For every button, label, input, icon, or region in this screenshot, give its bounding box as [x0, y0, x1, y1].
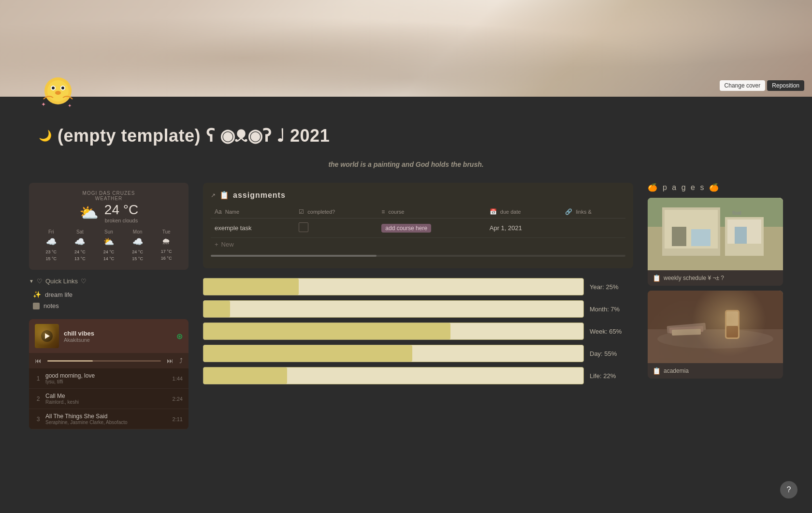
- day-label: Day: 55%: [590, 350, 633, 357]
- col-name[interactable]: Aa Name: [211, 205, 295, 219]
- pages-title: p a g e s: [663, 183, 705, 192]
- pages-emoji-left: 🍊: [648, 183, 659, 192]
- quick-links-arrow-icon: ▼: [29, 278, 34, 284]
- weather-city: MOGI DAS CRUZES: [37, 191, 181, 196]
- center-column: ↗ 📋 assignments Aa Name ☑ co: [203, 183, 633, 384]
- quick-link-notes[interactable]: notes: [29, 300, 188, 311]
- forecast-mon: Mon ☁️ 24 °C15 °C: [123, 229, 152, 262]
- weather-main: ⛅ 24 °C broken clouds: [37, 202, 181, 223]
- music-track-list: 1 good morning, love tysu, tiffi 1:44 2 …: [29, 368, 188, 429]
- add-label: New: [221, 241, 234, 248]
- progress-week: Week: 65%: [203, 322, 633, 340]
- columns-layout: MOGI DAS CRUZES WEATHER ⛅ 24 °C broken c…: [0, 178, 812, 434]
- table-scrollbar[interactable]: [211, 255, 625, 257]
- svg-point-6: [55, 91, 61, 95]
- spotify-icon[interactable]: ⊛: [176, 332, 183, 341]
- completed-col-icon: ☑: [299, 208, 304, 215]
- weather-location: MOGI DAS CRUZES WEATHER: [37, 191, 181, 201]
- week-bar-fill: [203, 323, 450, 339]
- help-button[interactable]: ?: [780, 481, 798, 498]
- change-cover-button[interactable]: Change cover: [720, 80, 766, 91]
- track-duration-1: 1:44: [173, 376, 183, 381]
- track-item-1[interactable]: 1 good morning, love tysu, tiffi 1:44: [29, 368, 188, 389]
- col-completed[interactable]: ☑ completed?: [295, 205, 377, 219]
- task-links-cell[interactable]: [561, 219, 625, 238]
- month-bar-fill: [203, 301, 230, 317]
- cover-image: Change cover Reposition: [0, 0, 812, 97]
- quick-link-dream-life-label: dream life: [45, 291, 72, 298]
- weather-cloud-icon: ⛅: [79, 204, 99, 222]
- forecast-fri: Fri ☁️ 23 °C15 °C: [37, 229, 66, 262]
- note-icon: [33, 303, 40, 309]
- svg-rect-27: [672, 329, 701, 336]
- weekly-label-text: weekly schedule ¥ ¬± ?: [664, 275, 724, 281]
- col-links[interactable]: 🔗 links &: [561, 205, 625, 219]
- reposition-button[interactable]: Reposition: [767, 80, 804, 91]
- name-col-icon: Aa: [215, 208, 222, 215]
- music-progress-bar[interactable]: [47, 360, 161, 362]
- track-title-3: All The Things She Said: [45, 413, 169, 420]
- page-card-weekly-label: 📋 weekly schedule ¥ ¬± ?: [648, 270, 783, 286]
- quick-link-notes-label: notes: [44, 302, 59, 309]
- music-controls: ⏮ ⏭ ⤴: [29, 353, 188, 368]
- track-title-1: good morning, love: [45, 372, 169, 379]
- track-number-2: 2: [35, 396, 42, 402]
- page-card-image-1: float: [648, 198, 783, 270]
- svg-point-21: [657, 329, 773, 349]
- page-title: (empty template) ʕ ◉ᴥ◉ʔ ♩ 2021: [58, 126, 330, 146]
- weather-temp: 24 °C: [104, 202, 138, 218]
- track-item-3[interactable]: 3 All The Things She Said Seraphine, Jas…: [29, 409, 188, 429]
- pages-header: 🍊 p a g e s 🍊: [648, 183, 783, 192]
- skip-forward-button[interactable]: ⏭: [167, 357, 174, 365]
- progress-life: Life: 22%: [203, 367, 633, 384]
- svg-point-3: [52, 87, 55, 89]
- col-course[interactable]: ≡ course: [377, 205, 485, 219]
- play-button[interactable]: [41, 330, 53, 342]
- links-col-icon: 🔗: [565, 208, 572, 215]
- assignments-section: ↗ 📋 assignments Aa Name ☑ co: [203, 183, 633, 268]
- quick-link-dream-life[interactable]: ✨ dream life: [29, 289, 188, 300]
- task-name-cell[interactable]: exemple task: [211, 219, 295, 238]
- quick-links-header[interactable]: ▼ ♡ Quick Links ♡: [29, 278, 188, 285]
- task-checkbox[interactable]: [299, 222, 308, 232]
- music-info: chill vibes Akakitsune: [64, 330, 172, 343]
- album-art[interactable]: [35, 324, 59, 348]
- month-bar-container: [203, 300, 584, 318]
- track-info-1: good morning, love tysu, tiffi: [45, 372, 169, 384]
- music-player: chill vibes Akakitsune ⊛ ⏮ ⏭ ⤴ 1: [29, 319, 188, 429]
- day-bar-fill: [203, 345, 412, 362]
- task-completed-cell: [295, 219, 377, 238]
- page-card-academia[interactable]: 📋 academia: [648, 291, 783, 379]
- page-card-image-2: [648, 291, 783, 363]
- svg-text:✦: ✦: [41, 101, 46, 108]
- forecast-tue: Tue 🌧 17 °C16 °C: [152, 229, 181, 262]
- page-header: 🌙 (empty template) ʕ ◉ᴥ◉ʔ ♩ 2021: [0, 97, 812, 156]
- weather-description: broken clouds: [104, 218, 138, 223]
- add-new-row[interactable]: + New: [211, 238, 625, 251]
- progress-day: Day: 55%: [203, 345, 633, 362]
- task-course-cell[interactable]: add course here: [377, 219, 485, 238]
- track-duration-2: 2:24: [173, 396, 183, 402]
- day-bar-container: [203, 345, 584, 362]
- svg-rect-25: [667, 323, 706, 334]
- col-due-date[interactable]: 📅 due date: [486, 205, 562, 219]
- add-icon: +: [215, 241, 218, 248]
- course-col-icon: ≡: [381, 208, 385, 215]
- music-header: chill vibes Akakitsune ⊛: [29, 319, 188, 353]
- track-duration-3: 2:11: [173, 416, 183, 422]
- svg-rect-23: [726, 311, 738, 326]
- track-item-2[interactable]: 2 Call Me Rainlord., keshi 2:24: [29, 389, 188, 409]
- year-label: Year: 25%: [590, 283, 633, 291]
- skip-back-button[interactable]: ⏮: [35, 357, 42, 365]
- quick-links-heart-icon-2: ♡: [81, 278, 87, 285]
- track-info-3: All The Things She Said Seraphine, Jasmi…: [45, 413, 169, 425]
- year-bar-container: [203, 278, 584, 295]
- quick-links-section: ▼ ♡ Quick Links ♡ ✨ dream life notes: [29, 278, 188, 311]
- task-due-date-cell[interactable]: Apr 1, 2021: [486, 219, 562, 238]
- life-label: Life: 22%: [590, 372, 633, 380]
- page-card-weekly-schedule[interactable]: float 📋 weekly schedule ¥ ¬± ?: [648, 198, 783, 286]
- share-button[interactable]: ⤴: [179, 357, 183, 365]
- progress-month: Month: 7%: [203, 300, 633, 318]
- assignments-arrow-icon[interactable]: ↗: [211, 192, 216, 199]
- page-quote: the world is a painting and God holds th…: [0, 156, 812, 178]
